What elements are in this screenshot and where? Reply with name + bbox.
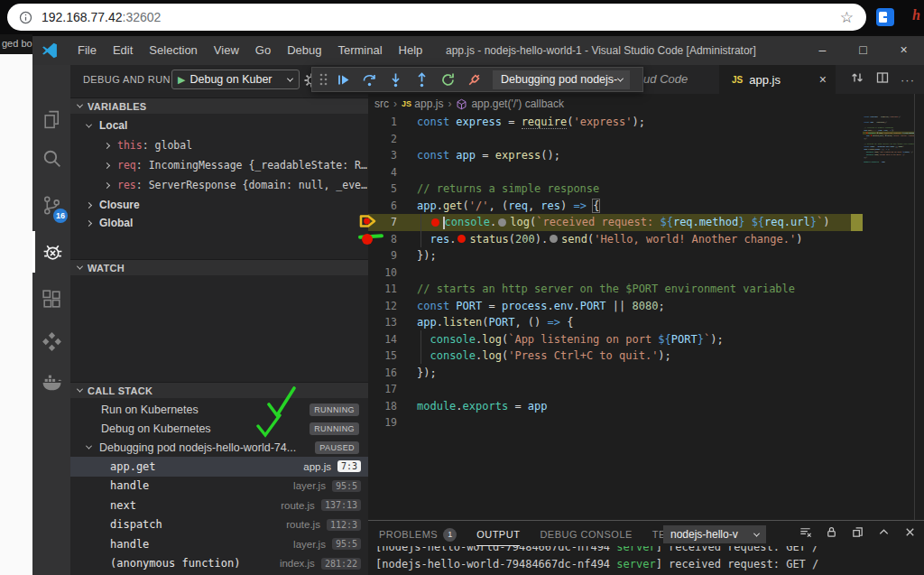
inline-breakpoint-icon[interactable] bbox=[498, 218, 506, 227]
browser-extension-icon[interactable] bbox=[875, 7, 895, 27]
javascript-file-icon: JS bbox=[732, 75, 743, 85]
step-out-button[interactable] bbox=[409, 68, 435, 91]
stack-frame[interactable]: app.getapp.js7:3 bbox=[70, 457, 368, 477]
callstack-session[interactable]: Debug on KubernetesRUNNING bbox=[70, 419, 368, 438]
menu-debug[interactable]: Debug bbox=[279, 36, 329, 65]
code-line-8[interactable]: 8 res.status(200).send('Hello, world! An… bbox=[368, 231, 863, 248]
code-line-9[interactable]: 9}); bbox=[368, 247, 863, 264]
breadcrumb-src[interactable]: src bbox=[374, 97, 389, 110]
code-line-6[interactable]: 6app.get('/', (req, res) => { bbox=[368, 198, 863, 215]
inline-breakpoint-icon[interactable] bbox=[457, 235, 466, 243]
code-line-2[interactable]: 2 bbox=[368, 131, 863, 148]
debug-session-select[interactable]: Debugging pod nodejs- bbox=[493, 70, 630, 89]
code-line-3[interactable]: 3const app = express(); bbox=[368, 147, 863, 164]
menu-terminal[interactable]: Terminal bbox=[329, 36, 390, 65]
output-channel-select[interactable]: nodejs-hello-v bbox=[663, 525, 766, 543]
code-line-18[interactable]: 18module.exports = app bbox=[368, 398, 863, 415]
menu-help[interactable]: Help bbox=[391, 36, 431, 65]
code-line-7[interactable]: 7 console.log(`received request: ${req.m… bbox=[368, 214, 863, 231]
code-line-13[interactable]: 13app.listen(PORT, () => { bbox=[368, 314, 863, 331]
callstack-session[interactable]: Run on KubernetesRUNNING bbox=[70, 400, 368, 419]
variables-scope-global[interactable]: Global bbox=[70, 213, 368, 233]
panel-tab-problems[interactable]: PROBLEMS1 bbox=[379, 523, 457, 546]
docker-icon[interactable] bbox=[32, 361, 70, 403]
code-line-1[interactable]: 1const express = require('express'); bbox=[368, 114, 863, 131]
run-and-debug-icon[interactable] bbox=[32, 231, 70, 273]
editor-scrollbar[interactable] bbox=[914, 94, 924, 520]
drag-handle-icon[interactable] bbox=[316, 71, 330, 88]
close-panel-icon[interactable] bbox=[903, 525, 917, 543]
code-line-14[interactable]: 14 console.log(`App listening on port ${… bbox=[368, 331, 863, 348]
code-line-5[interactable]: 5// returns a simple response bbox=[368, 181, 863, 198]
address-bar[interactable]: 192.168.77.42:32602 ☆ bbox=[7, 4, 866, 31]
stack-frame[interactable]: handlelayer.js95:5 bbox=[70, 534, 368, 554]
cloud-code-icon[interactable] bbox=[32, 320, 70, 362]
maximize-button[interactable]: □ bbox=[843, 36, 883, 65]
maximize-panel-icon[interactable] bbox=[877, 525, 891, 543]
close-button[interactable]: × bbox=[883, 36, 924, 65]
variable-res[interactable]: res: ServerResponse {domain: null, _eve… bbox=[70, 175, 368, 195]
stack-frame[interactable]: nextroute.js137:13 bbox=[70, 496, 368, 515]
code-line-19[interactable]: 19 bbox=[863, 163, 914, 166]
open-in-editor-icon[interactable] bbox=[851, 525, 864, 543]
continue-button[interactable] bbox=[330, 68, 356, 91]
stack-frame[interactable]: dispatchroute.js112:3 bbox=[70, 515, 368, 535]
inline-breakpoint-icon[interactable] bbox=[550, 235, 558, 243]
code-line-17[interactable]: 17 bbox=[368, 381, 863, 398]
code-line-10[interactable]: 10 bbox=[368, 264, 863, 282]
breakpoint-icon[interactable] bbox=[361, 233, 374, 246]
panel-tab-debug-console[interactable]: DEBUG CONSOLE bbox=[540, 523, 632, 546]
bookmark-star-icon[interactable]: ☆ bbox=[840, 8, 854, 27]
panel-tab-output[interactable]: OUTPUT bbox=[476, 523, 520, 546]
lock-icon[interactable] bbox=[825, 525, 838, 543]
variables-scope-local[interactable]: Local bbox=[70, 116, 368, 135]
breadcrumb-symbol[interactable]: app.get('/') callback bbox=[471, 97, 564, 110]
callstack-section-header[interactable]: CALL STACK bbox=[70, 382, 368, 398]
variable-this[interactable]: this: global bbox=[70, 135, 368, 155]
menu-go[interactable]: Go bbox=[247, 36, 279, 65]
page-info-icon[interactable] bbox=[18, 10, 33, 25]
explorer-icon[interactable] bbox=[32, 98, 70, 140]
clear-output-icon[interactable] bbox=[799, 525, 812, 543]
variables-section-header[interactable]: VARIABLES bbox=[70, 97, 368, 114]
code-line-12[interactable]: 12const PORT = process.env.PORT || 8080; bbox=[368, 298, 863, 315]
breadcrumb-file[interactable]: app.js bbox=[414, 97, 443, 110]
tab-appjs[interactable]: JS app.js × bbox=[720, 65, 836, 94]
breadcrumb[interactable]: src › JS app.js › app.get('/') callback bbox=[368, 94, 924, 114]
line-number: 4 bbox=[368, 164, 397, 181]
code-line-11[interactable]: 11// starts an http server on the $PORT … bbox=[368, 281, 863, 298]
debug-config-select[interactable]: ▶ Debug on Kuber bbox=[171, 70, 300, 89]
minimap[interactable]: 1const express = require('express');23co… bbox=[863, 116, 914, 287]
variables-scope-closure[interactable]: Closure bbox=[70, 195, 368, 215]
code-line-19[interactable]: 19 bbox=[368, 414, 863, 431]
source-control-icon[interactable]: 16 bbox=[32, 184, 70, 226]
step-into-button[interactable] bbox=[383, 68, 409, 91]
code-line-15[interactable]: 15 console.log('Press Ctrl+C to quit.'); bbox=[368, 348, 863, 365]
menu-view[interactable]: View bbox=[206, 36, 247, 65]
browser-extension-h-icon[interactable]: h bbox=[912, 7, 920, 23]
menu-selection[interactable]: Selection bbox=[141, 36, 205, 65]
search-icon[interactable] bbox=[32, 137, 70, 179]
code-editor[interactable]: 1const express = require('express');23co… bbox=[368, 114, 863, 431]
code-line-16[interactable]: 16}); bbox=[368, 365, 863, 382]
start-debug-icon[interactable]: ▶ bbox=[178, 74, 185, 86]
compare-changes-icon[interactable] bbox=[850, 70, 864, 88]
menu-file[interactable]: File bbox=[69, 36, 105, 65]
minimize-button[interactable]: – bbox=[802, 36, 843, 65]
split-editor-icon[interactable] bbox=[875, 70, 890, 88]
inline-breakpoint-icon[interactable] bbox=[431, 218, 439, 227]
watch-section-header[interactable]: WATCH bbox=[70, 259, 368, 275]
step-over-button[interactable] bbox=[356, 68, 383, 91]
more-actions-icon[interactable]: ··· bbox=[901, 73, 915, 87]
stack-frame[interactable]: handlelayer.js95:5 bbox=[70, 477, 368, 496]
menu-edit[interactable]: Edit bbox=[105, 36, 141, 65]
variable-req[interactable]: req: IncomingMessage {_readableState: R… bbox=[70, 155, 368, 175]
stack-frame[interactable]: (anonymous function)index.js281:22 bbox=[70, 554, 368, 574]
disconnect-button[interactable] bbox=[461, 68, 487, 91]
close-tab-icon[interactable]: × bbox=[819, 72, 827, 87]
url-text[interactable]: 192.168.77.42:32602 bbox=[42, 10, 161, 24]
code-line-4[interactable]: 4 bbox=[368, 164, 863, 181]
callstack-session[interactable]: Debugging pod nodejs-hello-world-74...PA… bbox=[70, 438, 368, 457]
extensions-icon[interactable] bbox=[32, 278, 70, 320]
restart-button[interactable] bbox=[435, 68, 461, 91]
